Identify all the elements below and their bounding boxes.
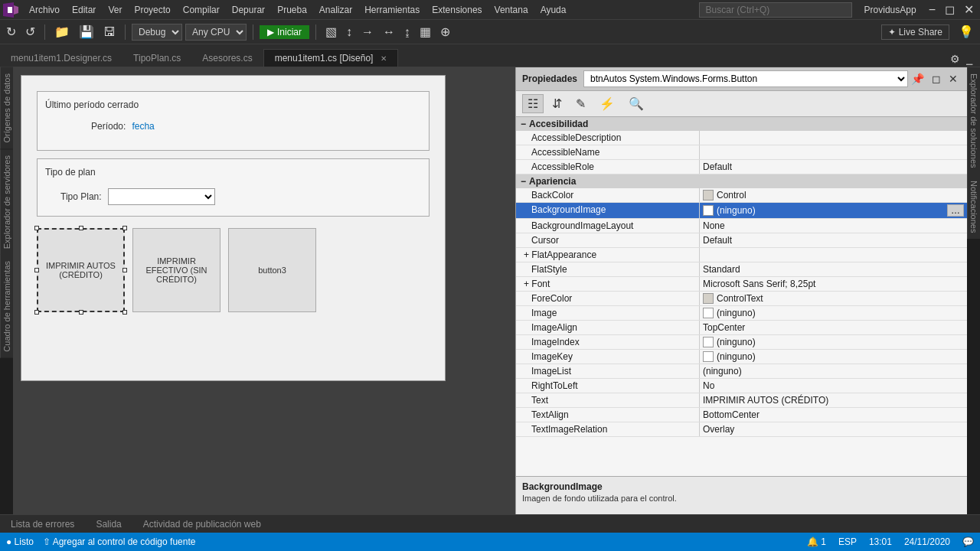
props-val[interactable]: (ninguno) (700, 350, 967, 364)
props-val-browse-button[interactable]: … (947, 204, 964, 217)
props-val[interactable]: Control (700, 188, 967, 202)
props-val[interactable] (700, 131, 967, 145)
props-float-button[interactable]: ◻ (929, 71, 944, 86)
live-share-button[interactable]: ✦ Live Share (881, 24, 949, 40)
props-val[interactable]: Default (700, 233, 967, 247)
selection-handle-tr[interactable] (122, 226, 127, 230)
designer-canvas[interactable]: Último período cerrado Período: fecha Ti… (13, 67, 515, 514)
menu-herramientas[interactable]: Herramientas (358, 3, 426, 17)
status-language[interactable]: ESP (838, 536, 857, 547)
menu-ver[interactable]: Ver (102, 3, 128, 17)
btn-button3[interactable]: button3 (228, 228, 316, 312)
toolbar-extra-3[interactable]: → (358, 24, 377, 40)
props-search-btn[interactable]: 🔍 (623, 94, 649, 113)
tab-settings-button[interactable]: ⚙ (947, 51, 963, 67)
menu-editar[interactable]: Editar (66, 3, 102, 17)
props-val[interactable]: IMPRIMIR AUTOS (CRÉDITO) (700, 393, 967, 407)
undo-button[interactable]: ↻ (3, 24, 19, 40)
props-val[interactable]: ControlText (700, 292, 967, 305)
platform-dropdown[interactable]: Any CPU (185, 24, 247, 41)
props-categorized-btn[interactable]: ☷ (522, 94, 544, 113)
props-val[interactable]: Overlay (700, 422, 967, 436)
menu-archivo[interactable]: Archivo (23, 3, 66, 17)
bottom-tab-publish[interactable]: Actividad de publicación web (132, 517, 272, 531)
selection-handle-bl[interactable] (34, 310, 39, 315)
props-val[interactable]: BottomCenter (700, 408, 967, 422)
toolbar-extra-4[interactable]: ↔ (380, 24, 398, 40)
redo-button[interactable]: ↺ (22, 24, 38, 40)
sidebar-item-server-explorer[interactable]: Explorador de servidores (0, 149, 13, 255)
save-all-button[interactable]: 🖫 (100, 24, 119, 40)
bottom-tab-output[interactable]: Salida (85, 517, 132, 531)
props-val[interactable]: TopCenter (700, 321, 967, 334)
toolbar-extra-7[interactable]: ⊕ (437, 24, 453, 40)
group-label: Accesibilidad (529, 119, 588, 129)
props-val[interactable]: Standard (700, 262, 967, 276)
save-button[interactable]: 💾 (76, 24, 97, 40)
props-val[interactable] (700, 248, 967, 262)
tab-tipoplan[interactable]: TipoPlan.cs (122, 49, 191, 67)
restore-button[interactable]: ◻ (942, 2, 958, 18)
search-input[interactable] (699, 2, 852, 18)
props-val[interactable]: Microsoft Sans Serif; 8,25pt (700, 277, 967, 291)
debug-config-dropdown[interactable]: Debug (132, 24, 182, 41)
tab-menu1item1-disenio[interactable]: menu1item1.cs [Diseño] ✕ (263, 49, 398, 67)
close-button[interactable]: ✕ (961, 2, 977, 18)
selection-handle-br[interactable] (122, 310, 127, 315)
properties-control-dropdown[interactable]: btnAutos System.Windows.Forms.Button (583, 70, 908, 87)
props-val[interactable]: No (700, 379, 967, 393)
selection-handle-tl[interactable] (34, 226, 39, 230)
menu-depurar[interactable]: Depurar (226, 3, 271, 17)
status-notifications-icon[interactable]: 💬 (962, 536, 974, 547)
toolbar-extra-2[interactable]: ↕ (343, 24, 355, 40)
selection-handle-bm[interactable] (79, 310, 83, 315)
group-apariencia[interactable]: − Apariencia (516, 174, 967, 188)
tipo-plan-combo[interactable] (108, 188, 215, 205)
sidebar-item-data-sources[interactable]: Orígenes de datos (0, 67, 13, 149)
toolbar-extra-6[interactable]: ▦ (416, 24, 434, 40)
props-val[interactable]: (ninguno) (700, 335, 967, 349)
tab-asesores[interactable]: Asesores.cs (191, 49, 263, 67)
bottom-tab-errors[interactable]: Lista de errores (0, 517, 85, 531)
open-file-button[interactable]: 📁 (51, 24, 73, 40)
feedback-button[interactable]: 💡 (956, 24, 977, 40)
menu-proyecto[interactable]: Proyecto (128, 3, 176, 17)
tab-close-icon[interactable]: ✕ (381, 54, 387, 63)
selection-handle-mr[interactable] (122, 268, 127, 272)
tab-split-button[interactable]: ⎯ (963, 51, 975, 67)
props-alphabetical-btn[interactable]: ⇵ (547, 94, 567, 113)
tab-designer-cs[interactable]: menu1item1.Designer.cs (0, 49, 122, 67)
properties-panel: Propiedades btnAutos System.Windows.Form… (515, 67, 967, 514)
start-button[interactable]: ▶ Iniciar (260, 25, 309, 39)
btn-imprimir-autos[interactable]: IMPRIMIR AUTOS (CRÉDITO) (37, 228, 125, 312)
props-properties-btn[interactable]: ✎ (570, 94, 591, 113)
props-close-button[interactable]: ✕ (946, 71, 961, 86)
toolbar-extra-1[interactable]: ▧ (322, 24, 340, 40)
minimize-button[interactable]: − (926, 2, 939, 18)
menu-ventana[interactable]: Ventana (488, 3, 534, 17)
props-val[interactable]: Default (700, 160, 967, 174)
props-val[interactable]: (ninguno) (700, 306, 967, 320)
props-events-btn[interactable]: ⚡ (594, 94, 620, 113)
props-val[interactable] (700, 145, 967, 159)
menu-analizar[interactable]: Analizar (313, 3, 358, 17)
props-pin-button[interactable]: 📌 (908, 71, 927, 86)
btn-imprimir-efectivo[interactable]: IMPRIMIR EFECTIVO (SIN CRÉDITO) (132, 228, 220, 312)
menu-compilar[interactable]: Compilar (177, 3, 226, 17)
group-accesibilidad[interactable]: − Accesibilidad (516, 117, 967, 131)
menu-extensiones[interactable]: Extensiones (426, 3, 488, 17)
status-notification-icon[interactable]: 🔔 1 (807, 536, 826, 547)
selection-handle-ml[interactable] (34, 268, 39, 272)
sidebar-item-solution-explorer[interactable]: Explorador de soluciones (967, 67, 980, 174)
props-val[interactable]: (ninguno) (700, 364, 967, 378)
toolbar-extra-5[interactable]: ↨ (401, 24, 413, 40)
menu-prueba[interactable]: Prueba (271, 3, 313, 17)
sidebar-item-toolbox[interactable]: Cuadro de herramientas (0, 255, 13, 358)
selection-handle-tm[interactable] (79, 226, 83, 230)
props-val[interactable]: (ninguno) … (700, 203, 967, 218)
app-logo (3, 2, 18, 18)
status-source-control[interactable]: ⇧ Agregar al control de código fuente (43, 536, 195, 547)
menu-ayuda[interactable]: Ayuda (534, 3, 573, 17)
sidebar-item-notifications[interactable]: Notificaciones (967, 174, 980, 239)
props-val[interactable]: None (700, 219, 967, 233)
